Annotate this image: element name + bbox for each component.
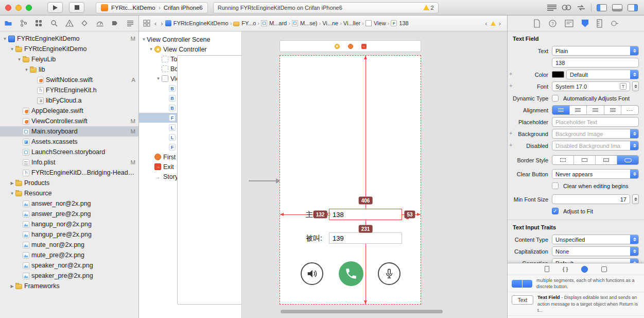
placeholder-input[interactable]: Placeholder Text bbox=[552, 117, 639, 127]
align-natural-segment[interactable] bbox=[621, 106, 638, 114]
callee-label[interactable]: 被叫: bbox=[306, 234, 322, 243]
navigator-item-feiyulib[interactable]: FeiyuLib bbox=[0, 54, 138, 64]
navigator-item-png[interactable]: hangup_pre@2x.png bbox=[0, 229, 138, 240]
clear-when-editing-checkbox[interactable] bbox=[552, 182, 559, 189]
add-variation-button[interactable]: + bbox=[509, 82, 512, 89]
navigator-item-png[interactable]: answer_pre@2x.png bbox=[0, 209, 138, 219]
issues-badge[interactable]: 2 bbox=[423, 5, 434, 11]
breadcrumb-storyboard-base[interactable]: M...se) bbox=[292, 20, 318, 26]
related-items-button[interactable] bbox=[143, 20, 150, 27]
next-issue-button[interactable]: › bbox=[497, 20, 503, 27]
view-controller-view[interactable]: 主叫: 138 406 132 53 231 被叫: 139 bbox=[280, 55, 421, 305]
navigator-item-png[interactable]: speaker_nor@2x.png bbox=[0, 260, 138, 271]
debug-navigator-tab[interactable] bbox=[96, 19, 104, 27]
forward-button[interactable]: › bbox=[159, 20, 165, 27]
navigator-item-appdelegate[interactable]: AppDelegate.swift bbox=[0, 106, 138, 116]
size-inspector-tab[interactable] bbox=[597, 19, 602, 28]
navigator-item-fyrtcenginekit-h[interactable]: FYRtcEngineKit.h bbox=[0, 85, 138, 95]
disabled-background-dropdown[interactable]: Disabled Background Ima bbox=[552, 141, 639, 150]
navigator-item-main-storyboard[interactable]: Main.storyboardM bbox=[0, 126, 138, 137]
close-window-button[interactable] bbox=[5, 5, 11, 11]
breadcrumb-view-controller[interactable]: Vi...ller bbox=[343, 20, 360, 26]
add-variation-button[interactable]: + bbox=[509, 130, 512, 136]
constraint-badge-top[interactable]: 406 bbox=[359, 197, 373, 205]
connections-inspector-tab[interactable] bbox=[610, 19, 619, 28]
border-none-segment[interactable] bbox=[552, 156, 574, 164]
navigator-item-libfycloud[interactable]: libFyCloud.a bbox=[0, 95, 138, 106]
align-right-segment[interactable] bbox=[587, 106, 604, 114]
disclosure-icon[interactable] bbox=[9, 47, 15, 52]
attributes-inspector-tab[interactable] bbox=[581, 19, 589, 28]
assistant-editor-button[interactable] bbox=[562, 4, 571, 11]
adjust-to-fit-checkbox[interactable] bbox=[552, 208, 559, 214]
border-rounded-segment[interactable] bbox=[617, 156, 638, 164]
minimize-window-button[interactable] bbox=[15, 5, 22, 11]
navigator-item-bridging-header[interactable]: FYRtcEngineKitD...Bridging-Header.h bbox=[0, 168, 138, 178]
scheme-destination[interactable]: Crifan iPhone6 bbox=[164, 5, 203, 11]
navigator-item-png[interactable]: answer_nor@2x.png bbox=[0, 198, 138, 209]
breadcrumb-project[interactable]: FYRtcEngineKitDemo bbox=[165, 20, 229, 26]
standard-editor-button[interactable] bbox=[547, 5, 556, 11]
clear-button-dropdown[interactable]: Never appears bbox=[552, 169, 639, 179]
navigator-item-swiftnotice[interactable]: SwiftNotice.swiftA bbox=[0, 75, 138, 85]
navigator-item-png[interactable]: mute_pre@2x.png bbox=[0, 250, 138, 260]
disclosure-icon[interactable] bbox=[16, 57, 22, 62]
disclosure-icon[interactable] bbox=[141, 37, 147, 42]
toggle-debug-area-button[interactable] bbox=[612, 4, 622, 11]
resize-handle-left[interactable] bbox=[327, 213, 330, 215]
caller-text-field[interactable]: 138 bbox=[329, 209, 402, 220]
media-library-tab[interactable] bbox=[601, 266, 607, 272]
outline-item-scene[interactable]: View Controller Scene bbox=[139, 35, 241, 44]
object-library-tab[interactable] bbox=[581, 266, 588, 273]
navigator-item-png[interactable]: speaker_pre@2x.png bbox=[0, 271, 138, 281]
version-editor-button[interactable] bbox=[577, 5, 586, 11]
symbol-navigator-tab[interactable] bbox=[34, 19, 43, 27]
breadcrumb-storyboard[interactable]: M...ard bbox=[261, 20, 287, 26]
constraint-badge-bottom[interactable]: 231 bbox=[359, 225, 373, 233]
disclosure-icon[interactable] bbox=[9, 191, 15, 196]
disclosure-icon[interactable] bbox=[24, 68, 29, 72]
background-dropdown[interactable]: Background Image bbox=[552, 129, 639, 139]
add-variation-button[interactable]: + bbox=[509, 142, 512, 148]
align-justified-segment[interactable] bbox=[604, 106, 622, 114]
font-field[interactable]: System 17.0 bbox=[552, 81, 630, 91]
quick-help-inspector-tab[interactable]: ? bbox=[548, 19, 557, 28]
project-navigator-tab[interactable] bbox=[4, 19, 12, 27]
breadcrumb-scene[interactable]: Vi...ne bbox=[322, 20, 338, 26]
navigator-item-viewcontroller[interactable]: ViewController.swiftM bbox=[0, 116, 138, 126]
dynamic-type-checkbox[interactable] bbox=[552, 95, 559, 102]
navigator-item-assets[interactable]: Assets.xcassets bbox=[0, 137, 138, 147]
navigator-item-frameworks[interactable]: Frameworks bbox=[0, 281, 138, 291]
previous-issue-button[interactable]: ‹ bbox=[483, 20, 489, 27]
warning-icon[interactable] bbox=[491, 21, 496, 26]
outline-item-view-controller[interactable]: View Controller bbox=[139, 44, 241, 54]
navigator-item-project[interactable]: FYRtcEngineKitDemoM bbox=[0, 34, 138, 44]
callee-text-field[interactable]: 139 bbox=[329, 232, 402, 244]
file-inspector-tab[interactable] bbox=[533, 19, 541, 28]
test-navigator-tab[interactable] bbox=[80, 19, 89, 27]
content-type-dropdown[interactable]: Unspecified bbox=[552, 235, 639, 244]
horizontal-scrollbar[interactable] bbox=[281, 310, 443, 313]
breadcrumb-view[interactable]: View bbox=[365, 20, 386, 26]
breadcrumb-folder[interactable]: FY...o bbox=[233, 20, 256, 26]
call-button[interactable] bbox=[339, 261, 363, 286]
disclosure-icon[interactable] bbox=[9, 181, 15, 186]
disclosure-icon[interactable] bbox=[9, 284, 15, 289]
min-font-size-stepper[interactable] bbox=[632, 194, 639, 204]
text-value-input[interactable]: 138 bbox=[552, 58, 639, 68]
report-navigator-tab[interactable] bbox=[126, 19, 134, 27]
capitalization-dropdown[interactable]: None bbox=[552, 246, 639, 256]
mute-button[interactable] bbox=[378, 262, 401, 285]
storyboard-entry-arrow[interactable] bbox=[249, 180, 276, 181]
stop-button[interactable] bbox=[69, 2, 84, 13]
code-snippet-library-tab[interactable] bbox=[563, 266, 568, 272]
toggle-utilities-button[interactable] bbox=[628, 4, 638, 11]
library-item-text-field[interactable]: Text Text Field - Displays editable text… bbox=[508, 292, 644, 316]
text-mode-dropdown[interactable]: Plain bbox=[552, 46, 639, 56]
exit-icon[interactable] bbox=[361, 44, 367, 49]
align-center-segment[interactable] bbox=[570, 106, 587, 114]
identity-inspector-tab[interactable] bbox=[565, 20, 573, 27]
navigator-item-resource[interactable]: Resource bbox=[0, 188, 138, 198]
disclosure-icon[interactable] bbox=[2, 37, 8, 41]
navigator-item-products[interactable]: Products bbox=[0, 178, 138, 188]
